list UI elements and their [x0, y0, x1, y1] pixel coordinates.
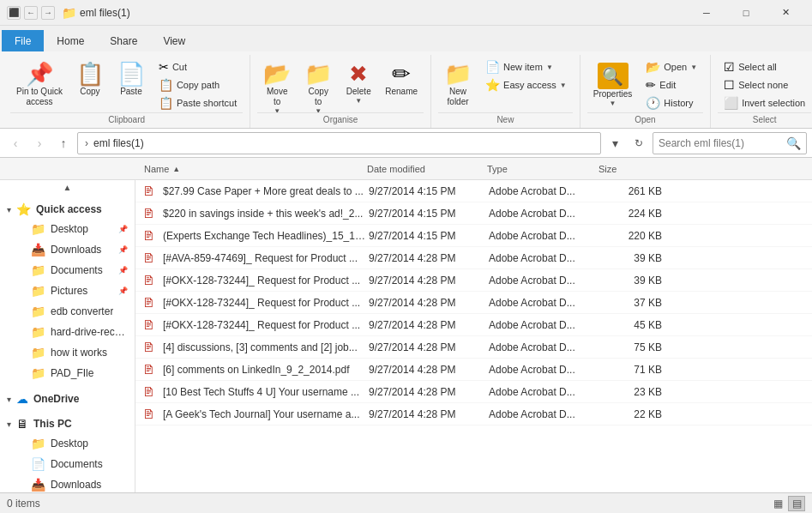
copy-path-button[interactable]: 📋 Copy path	[153, 76, 243, 94]
list-view-button[interactable]: ▤	[788, 496, 805, 511]
thispc-documents[interactable]: 📄 Documents	[21, 454, 135, 474]
copy-to-button[interactable]: 📁 Copyto ▼	[298, 58, 338, 112]
table-row[interactable]: 🖹 (Experts Exchange Tech Headlines)_15_1…	[135, 225, 812, 247]
paste-shortcut-button[interactable]: 📋 Paste shortcut	[153, 94, 243, 112]
new-item-button[interactable]: 📄 New item ▼	[479, 58, 573, 75]
refresh-button[interactable]: ↻	[629, 133, 649, 154]
select-all-button[interactable]: ☑ Select all	[718, 58, 811, 75]
quick-access-header[interactable]: ▾ ⭐ Quick access	[0, 197, 135, 219]
pin-to-quick-access-button[interactable]: 📌 Pin to Quickaccess	[10, 58, 69, 112]
documents-label: Documents	[51, 264, 103, 276]
thispc-header[interactable]: ▾ 🖥 This PC	[0, 412, 135, 433]
col-header-date[interactable]: Date modified	[360, 158, 480, 179]
sidebar-item-edb[interactable]: 📁 edb converter	[21, 301, 135, 322]
close-button[interactable]: ✕	[766, 0, 805, 26]
table-row[interactable]: 🖹 [#OKX-128-73244]_ Request for Product …	[135, 269, 812, 292]
file-date: 9/27/2014 4:15 PM	[369, 185, 489, 197]
details-view-button[interactable]: ▦	[769, 496, 786, 511]
edit-button[interactable]: ✏ Edit	[640, 76, 703, 94]
tab-file[interactable]: File	[2, 30, 44, 51]
paste-button[interactable]: 📄 Paste	[111, 58, 151, 112]
history-label: History	[664, 98, 693, 108]
history-button[interactable]: 🕐 History	[640, 94, 703, 112]
file-date: 9/27/2014 4:15 PM	[369, 208, 489, 220]
file-type: Adobe Acrobat D...	[489, 341, 600, 353]
file-type: Adobe Acrobat D...	[489, 185, 600, 197]
documents-icon: 📁	[31, 263, 45, 277]
tab-share[interactable]: Share	[97, 30, 150, 51]
col-size-label: Size	[598, 164, 617, 174]
invert-selection-icon: ⬜	[724, 96, 738, 110]
tab-view[interactable]: View	[150, 30, 198, 51]
breadcrumb-bar[interactable]: › eml files(1)	[77, 132, 601, 154]
title-back-icon[interactable]: ←	[24, 6, 38, 20]
thispc-desktop[interactable]: 📁 Desktop	[21, 433, 135, 454]
sidebar-item-hdd[interactable]: 📁 hard-drive-recov...	[21, 322, 135, 342]
pdf-icon: 🖹	[142, 407, 158, 421]
rename-button[interactable]: ✏ Rename	[379, 58, 424, 112]
col-header-size[interactable]: Size	[592, 158, 660, 179]
move-to-button[interactable]: 📂 Moveto ▼	[257, 58, 297, 112]
new-folder-label: Newfolder	[448, 87, 469, 107]
sidebar-scroll-up[interactable]: ▲	[0, 180, 135, 194]
table-row[interactable]: 🖹 [6] comments on LinkedIn_9_2_2014.pdf …	[135, 359, 812, 381]
select-none-button[interactable]: ☐ Select none	[718, 76, 811, 94]
copy-path-icon: 📋	[159, 78, 173, 92]
col-header-name[interactable]: Name ▲	[137, 158, 360, 179]
back-button[interactable]: ‹	[5, 133, 26, 154]
table-row[interactable]: 🖹 [#AVA-859-47469]_ Request for Product …	[135, 247, 812, 269]
forward-button[interactable]: ›	[29, 133, 50, 154]
sidebar-section-onedrive: ▾ ☁ OneDrive	[0, 387, 135, 408]
thispc-chevron: ▾	[7, 419, 11, 429]
minimize-button[interactable]: ─	[687, 0, 726, 26]
up-button[interactable]: ↑	[53, 133, 74, 154]
table-row[interactable]: 🖹 [10 Best Tech Stuffs 4 U] Your usernam…	[135, 381, 812, 403]
col-date-label: Date modified	[367, 164, 425, 174]
open-button[interactable]: 📂 Open ▼	[640, 58, 703, 75]
pin-icon: 📌	[26, 63, 53, 85]
table-row[interactable]: 🖹 [4] discussions, [3] comments and [2] …	[135, 336, 812, 359]
easy-access-label: Easy access	[503, 80, 556, 90]
new-folder-button[interactable]: 📁 Newfolder	[438, 58, 478, 112]
search-box[interactable]: 🔍	[653, 132, 807, 154]
sidebar-item-howitworks[interactable]: 📁 how it works	[21, 342, 135, 363]
dropdown-button[interactable]: ▾	[604, 133, 625, 154]
table-row[interactable]: 🖹 $220 in savings inside + this week's a…	[135, 202, 812, 225]
sidebar-item-pad[interactable]: 📁 PAD_FIle	[21, 363, 135, 383]
pictures-pin: 📌	[118, 287, 128, 295]
table-row[interactable]: 🖹 [#OKX-128-73244]_ Request for Product …	[135, 292, 812, 314]
sidebar-item-pictures[interactable]: 📁 Pictures 📌	[21, 281, 135, 301]
quick-access-icon[interactable]: ⬛	[7, 6, 21, 20]
quick-access-items: 📁 Desktop 📌 📥 Downloads 📌 📁 Documents 📌 …	[0, 219, 135, 383]
file-name: $27.99 Case Paper + More great deals to …	[163, 185, 369, 197]
col-header-type[interactable]: Type	[480, 158, 592, 179]
quick-access-chevron: ▾	[7, 205, 11, 214]
cut-button[interactable]: ✂ Cut	[153, 58, 243, 75]
maximize-button[interactable]: □	[726, 0, 766, 26]
table-row[interactable]: 🖹 [A Geek's Tech Journal] Your username …	[135, 403, 812, 425]
search-input[interactable]	[659, 137, 786, 149]
file-type: Adobe Acrobat D...	[489, 408, 600, 420]
pdf-icon: 🖹	[142, 363, 158, 377]
select-all-icon: ☑	[724, 60, 735, 74]
table-row[interactable]: 🖹 [#OKX-128-73244]_ Request for Product …	[135, 314, 812, 336]
sidebar-item-documents[interactable]: 📁 Documents 📌	[21, 260, 135, 281]
sidebar-item-desktop[interactable]: 📁 Desktop 📌	[21, 219, 135, 239]
tab-home[interactable]: Home	[44, 30, 97, 51]
delete-button[interactable]: ✖ Delete ▼	[340, 58, 377, 112]
copy-to-label: Copyto	[309, 87, 328, 107]
table-row[interactable]: 🖹 $27.99 Case Paper + More great deals t…	[135, 180, 812, 202]
sidebar-item-downloads[interactable]: 📥 Downloads 📌	[21, 239, 135, 260]
title-forward-icon[interactable]: →	[41, 6, 55, 20]
easy-access-button[interactable]: ⭐ Easy access ▼	[479, 76, 573, 94]
onedrive-header[interactable]: ▾ ☁ OneDrive	[0, 387, 135, 408]
sort-arrow-name: ▲	[172, 165, 180, 173]
rename-label: Rename	[385, 87, 418, 97]
thispc-downloads[interactable]: 📥 Downloads	[21, 474, 135, 492]
properties-button[interactable]: 🔍 Properties ▼	[587, 58, 639, 112]
thispc-label: This PC	[33, 418, 72, 430]
invert-selection-button[interactable]: ⬜ Invert selection	[718, 94, 811, 112]
copy-button[interactable]: 📋 Copy	[70, 58, 110, 112]
thispc-downloads-label: Downloads	[51, 479, 101, 491]
new-folder-icon: 📁	[444, 63, 472, 85]
